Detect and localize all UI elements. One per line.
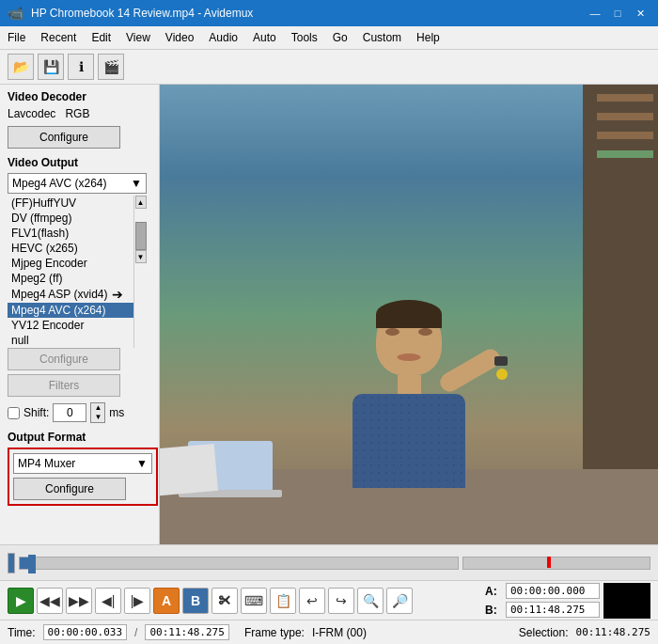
- b-label: B:: [485, 604, 500, 617]
- b-time-row: B: 00:11:48.275: [485, 602, 600, 618]
- output-format-dropdown[interactable]: MP4 Muxer ▼: [13, 453, 152, 474]
- undo-button[interactable]: ↩: [299, 588, 325, 614]
- redo-button[interactable]: ↪: [328, 588, 354, 614]
- menu-view[interactable]: View: [118, 28, 158, 47]
- rewind-button[interactable]: ◀◀: [37, 588, 63, 614]
- shelf3: [597, 132, 653, 139]
- set-a-button[interactable]: A: [153, 588, 180, 614]
- a-time-value: 00:00:00.000: [506, 583, 600, 599]
- info-button[interactable]: ℹ: [68, 54, 94, 80]
- menu-go[interactable]: Go: [325, 28, 355, 47]
- paste-button[interactable]: 📋: [270, 588, 296, 614]
- scroll-down-button[interactable]: ▼: [135, 250, 147, 263]
- codec-item-mpeg2[interactable]: Mpeg2 (ff): [8, 271, 133, 286]
- codec-items: (FF)HuffYUV DV (ffmpeg) FLV1(flash) HEVC…: [8, 196, 133, 348]
- copy-button[interactable]: ⌨: [241, 588, 267, 614]
- menu-help[interactable]: Help: [409, 28, 447, 47]
- ab-time-display: A: 00:00:00.000 B: 00:11:48.275: [485, 583, 600, 618]
- codec-item-flv1[interactable]: FLV1(flash): [8, 226, 133, 241]
- title-bar-left: 📹 HP Chromebook 14 Review.mp4 - Avidemux: [8, 6, 253, 21]
- codec-item-huffyuv[interactable]: (FF)HuffYUV: [8, 196, 133, 211]
- timeline-cursor: [28, 555, 36, 573]
- main-content: Video Decoder Lavcodec RGB Configure Vid…: [0, 85, 658, 544]
- output-configure-button[interactable]: Configure: [13, 478, 126, 500]
- codec-item-mpeg4avc[interactable]: Mpeg4 AVC (x264): [8, 303, 133, 318]
- minimize-button[interactable]: —: [585, 5, 605, 22]
- title-bar-controls: — □ ✕: [585, 5, 650, 22]
- menu-auto[interactable]: Auto: [245, 28, 284, 47]
- menu-video[interactable]: Video: [158, 28, 201, 47]
- menu-audio[interactable]: Audio: [201, 28, 245, 47]
- timeline-progress: [20, 558, 28, 569]
- menu-file[interactable]: File: [0, 28, 33, 47]
- codec-item-mjpeg[interactable]: Mjpeg Encoder: [8, 256, 133, 271]
- status-bar: Time: 00:00:00.033 / 00:11:48.275 Frame …: [0, 620, 658, 644]
- scroll-thumb[interactable]: [135, 222, 147, 250]
- video-output-dropdown[interactable]: Mpeg4 AVC (x264) ▼: [8, 173, 147, 194]
- decoder-info: Lavcodec RGB: [8, 107, 151, 120]
- maximize-button[interactable]: □: [607, 5, 628, 22]
- scroll-up-button[interactable]: ▲: [135, 196, 147, 209]
- zoom-out-button[interactable]: 🔎: [386, 588, 413, 614]
- frame-type-value: I-FRM (00): [312, 626, 367, 639]
- close-button[interactable]: ✕: [630, 5, 650, 22]
- decoder-colorspace: RGB: [65, 107, 89, 120]
- menu-recent[interactable]: Recent: [33, 28, 84, 47]
- codec-item-hevc[interactable]: HEVC (x265): [8, 241, 133, 256]
- time-label: Time:: [8, 626, 36, 639]
- video-decoder-configure-button[interactable]: Configure: [8, 126, 120, 149]
- video-output-title: Video Output: [8, 156, 151, 169]
- video-area: [160, 85, 658, 544]
- menu-custom[interactable]: Custom: [355, 28, 409, 47]
- prev-frame-button[interactable]: ◀|: [95, 588, 121, 614]
- menu-tools[interactable]: Tools: [284, 28, 325, 47]
- shift-row: Shift: ▲ ▼ ms: [8, 402, 151, 423]
- a-time-row: A: 00:00:00.000: [485, 583, 600, 599]
- plant: [597, 150, 653, 158]
- video-output-selected: Mpeg4 AVC (x264): [12, 177, 107, 190]
- b-time-value: 00:11:48.275: [506, 602, 600, 618]
- shelf1: [597, 94, 653, 102]
- zoom-in-button[interactable]: 🔍: [357, 588, 384, 614]
- codec-item-dv[interactable]: DV (ffmpeg): [8, 211, 133, 226]
- filters-button[interactable]: Filters: [8, 374, 120, 397]
- next-frame-button[interactable]: |▶: [124, 588, 150, 614]
- controls-right: A: 00:00:00.000 B: 00:11:48.275: [485, 583, 650, 619]
- video-output-configure-button[interactable]: Configure: [8, 348, 120, 370]
- spin-up-button[interactable]: ▲: [91, 403, 104, 413]
- time-separator: /: [134, 626, 137, 639]
- person: [352, 305, 465, 488]
- open-file-button[interactable]: 📂: [8, 54, 34, 80]
- shift-unit: ms: [109, 406, 124, 419]
- codec-list-scrollbar: ▲ ▼: [133, 196, 147, 348]
- menu-edit[interactable]: Edit: [84, 28, 118, 47]
- shift-input[interactable]: [53, 403, 86, 422]
- shift-label: Shift:: [24, 406, 49, 419]
- current-time-display: 00:00:00.033: [43, 624, 127, 640]
- play-button[interactable]: ▶: [8, 588, 34, 614]
- timeline-left-handle[interactable]: [8, 553, 15, 573]
- shift-checkbox[interactable]: [8, 407, 20, 419]
- video-decoder-title: Video Decoder: [8, 90, 151, 103]
- cut-button[interactable]: ✀: [212, 588, 238, 614]
- codec-item-yv12[interactable]: YV12 Encoder: [8, 318, 133, 333]
- notebook: [160, 444, 218, 496]
- clip-button[interactable]: 🎬: [98, 54, 124, 80]
- codec-item-null[interactable]: null: [8, 333, 133, 348]
- output-format-title: Output Format: [8, 431, 151, 444]
- decoder-codec: Lavcodec: [8, 107, 55, 120]
- menu-bar: File Recent Edit View Video Audio Auto T…: [0, 26, 658, 50]
- set-b-button[interactable]: B: [182, 588, 209, 614]
- controls-bar: ▶ ◀◀ ▶▶ ◀| |▶ A B ✀ ⌨ 📋 ↩ ↪ 🔍 🔎 A: 00:00…: [0, 580, 658, 620]
- save-button[interactable]: 💾: [38, 54, 64, 80]
- shift-spinner: ▲ ▼: [90, 402, 105, 423]
- a-label: A:: [485, 585, 500, 598]
- right-timeline-track[interactable]: [462, 557, 650, 570]
- spin-down-button[interactable]: ▼: [91, 413, 104, 422]
- codec-item-mpeg4asp[interactable]: Mpeg4 ASP (xvid4) ➔: [8, 286, 133, 303]
- forward-button[interactable]: ▶▶: [66, 588, 92, 614]
- selection-label: Selection:: [519, 626, 569, 639]
- codec-item-mpeg4asp-label: Mpeg4 ASP (xvid4): [11, 288, 108, 301]
- timeline-track[interactable]: [19, 557, 459, 570]
- total-time-display: 00:11:48.275: [145, 624, 228, 640]
